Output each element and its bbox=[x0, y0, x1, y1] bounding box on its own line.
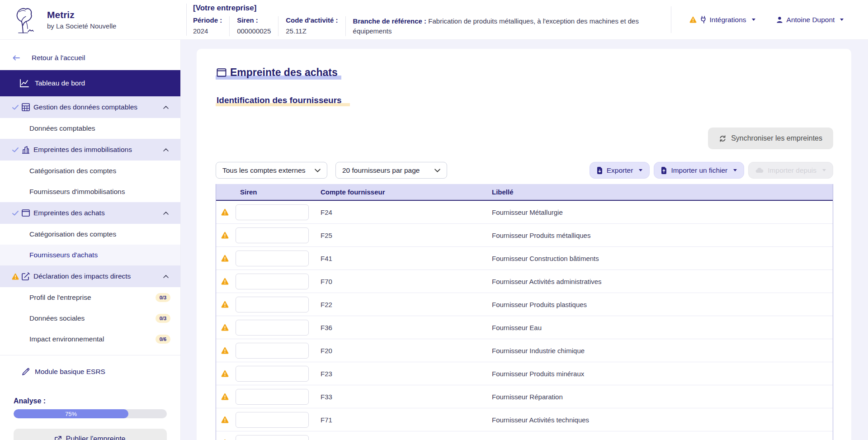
pencil-icon bbox=[22, 368, 30, 376]
sidebar-section-empreintes-achats[interactable]: Empreintes des achats bbox=[0, 202, 180, 224]
chart-line-icon bbox=[20, 79, 29, 87]
publish-footprint-button[interactable]: Publier l'empreinte bbox=[14, 429, 167, 440]
sub-item-label: Impact environnemental bbox=[29, 335, 104, 343]
sidebar-item-donnees-comptables[interactable]: Données comptables bbox=[0, 118, 180, 139]
building-icon bbox=[22, 146, 30, 154]
sub-item-label: Données sociales bbox=[29, 314, 85, 322]
sidebar-section-empreintes-immobilisations[interactable]: Empreintes des immobilisations bbox=[0, 139, 180, 161]
siren-input[interactable] bbox=[236, 227, 309, 243]
sidebar-item-back-home[interactable]: Retour à l'accueil bbox=[0, 45, 180, 70]
integrations-label: Intégrations bbox=[710, 16, 746, 24]
supplier-label: Fournisseur Industrie chimique bbox=[492, 347, 833, 355]
supplier-account: F36 bbox=[321, 324, 492, 331]
tree-logo-icon bbox=[11, 5, 35, 34]
sidebar-item-categorisation-immobilisations[interactable]: Catégorisation des comptes bbox=[0, 161, 180, 181]
file-upload-icon bbox=[661, 167, 667, 174]
sub-item-label: Catégorisation des comptes bbox=[29, 167, 116, 175]
back-home-label: Retour à l'accueil bbox=[32, 54, 85, 62]
meta-periode-label: Période : bbox=[193, 16, 222, 24]
import-from-button[interactable]: Importer depuis bbox=[748, 162, 833, 179]
per-page-select[interactable]: 20 fournisseurs par page bbox=[335, 162, 447, 179]
check-icon bbox=[12, 211, 19, 216]
supplier-row: F25 Fournisseur Produits métalliques bbox=[216, 224, 833, 247]
sidebar-item-module-esrs[interactable]: Module basique ESRS bbox=[0, 361, 180, 383]
chevron-down-icon bbox=[733, 169, 737, 171]
chevron-up-icon bbox=[163, 106, 169, 109]
check-icon bbox=[12, 105, 19, 110]
progress-badge: 0/3 bbox=[156, 293, 170, 302]
warning-icon bbox=[12, 273, 19, 280]
sidebar-item-profil-entreprise[interactable]: Profil de l'entreprise 0/3 bbox=[0, 287, 180, 308]
sidebar-item-fournisseurs-achats[interactable]: Fournisseurs d'achats bbox=[0, 245, 180, 265]
export-button[interactable]: Exporter bbox=[590, 162, 650, 179]
supplier-label: Fournisseur Activités techniques bbox=[492, 416, 833, 424]
sidebar-section-declaration-impacts[interactable]: Déclaration des impacts directs bbox=[0, 265, 180, 287]
siren-input[interactable] bbox=[236, 412, 309, 428]
siren-input[interactable] bbox=[236, 251, 309, 266]
module-esrs-label: Module basique ESRS bbox=[35, 368, 105, 376]
analysis-label: Analyse : bbox=[14, 397, 167, 405]
warning-icon bbox=[221, 208, 229, 216]
column-header-siren: Siren bbox=[216, 188, 321, 196]
supplier-account: F70 bbox=[321, 278, 492, 285]
sub-item-label: Fournisseurs d'achats bbox=[29, 251, 98, 259]
table-header-row: Siren Compte fournisseur Libellé bbox=[216, 184, 833, 201]
import-file-button[interactable]: Importer un fichier bbox=[654, 162, 744, 179]
chevron-down-icon bbox=[639, 169, 642, 171]
warning-icon bbox=[221, 393, 229, 400]
export-label: Exporter bbox=[607, 166, 633, 175]
warning-icon bbox=[221, 278, 229, 285]
meta-code-activite: Code d'activité : 25.11Z bbox=[278, 16, 345, 36]
chevron-down-icon bbox=[840, 19, 844, 21]
supplier-row: F70 Fournisseur Activités administrative… bbox=[216, 270, 833, 293]
sidebar-item-impact-environnemental[interactable]: Impact environnemental 0/6 bbox=[0, 329, 180, 350]
supplier-label: Fournisseur Produits minéraux bbox=[492, 370, 833, 378]
progress-badge: 0/3 bbox=[156, 314, 170, 323]
supplier-row: F41 Fournisseur Construction bâtiments bbox=[216, 247, 833, 270]
meta-periode-value: 2024 bbox=[193, 27, 222, 35]
siren-input[interactable] bbox=[236, 204, 309, 220]
supplier-account: F24 bbox=[321, 208, 492, 216]
siren-input[interactable] bbox=[236, 343, 309, 359]
meta-periode: Période : 2024 bbox=[193, 16, 229, 36]
section-label: Empreintes des immobilisations bbox=[33, 146, 132, 154]
accounts-filter-select[interactable]: Tous les comptes externes bbox=[216, 162, 327, 179]
supplier-account: F71 bbox=[321, 416, 492, 424]
sidebar-section-gestion-donnees[interactable]: Gestion des données comptables bbox=[0, 96, 180, 118]
window-icon bbox=[217, 68, 226, 77]
sidebar-item-donnees-sociales[interactable]: Données sociales 0/3 bbox=[0, 308, 180, 329]
window-icon bbox=[22, 209, 30, 217]
user-dropdown[interactable]: Antoine Dupont bbox=[776, 16, 844, 24]
user-name: Antoine Dupont bbox=[787, 16, 835, 24]
siren-input[interactable] bbox=[236, 435, 309, 440]
sidebar-item-fournisseurs-immobilisations[interactable]: Fournisseurs d'immobilisations bbox=[0, 181, 180, 202]
file-download-icon bbox=[597, 167, 603, 174]
sidebar-item-categorisation-achats[interactable]: Catégorisation des comptes bbox=[0, 224, 180, 245]
supplier-label: Fournisseur Eau bbox=[492, 324, 833, 331]
siren-input[interactable] bbox=[236, 274, 309, 289]
supplier-row: F36 Fournisseur Eau bbox=[216, 316, 833, 339]
top-header: Metriz by La Societé Nouvelle [Votre ent… bbox=[0, 0, 868, 40]
sync-icon bbox=[719, 135, 726, 142]
synchronize-footprints-button[interactable]: Synchroniser les empreintes bbox=[708, 128, 833, 149]
chevron-up-icon bbox=[163, 212, 169, 215]
integrations-dropdown[interactable]: Intégrations bbox=[689, 16, 755, 24]
person-icon bbox=[776, 16, 783, 23]
sidebar-item-dashboard[interactable]: Tableau de bord bbox=[0, 70, 180, 96]
meta-siren-value: 000000025 bbox=[237, 27, 271, 35]
section-label: Empreintes des achats bbox=[33, 209, 105, 217]
supplier-row: F33 Fournisseur Réparation bbox=[216, 385, 833, 408]
siren-input[interactable] bbox=[236, 366, 309, 382]
chevron-up-icon bbox=[163, 275, 169, 278]
siren-input[interactable] bbox=[236, 320, 309, 336]
warning-icon bbox=[221, 255, 229, 262]
supplier-account: F20 bbox=[321, 347, 492, 355]
siren-input[interactable] bbox=[236, 389, 309, 405]
page-title: Empreinte des achats bbox=[216, 66, 833, 80]
supplier-label: Fournisseur Produits plastiques bbox=[492, 301, 833, 308]
supplier-label: Fournisseur Activités administratives bbox=[492, 278, 833, 285]
sub-item-label: Catégorisation des comptes bbox=[29, 230, 116, 238]
siren-input[interactable] bbox=[236, 297, 309, 312]
company-block: [Votre entreprise] Période : 2024 Siren … bbox=[187, 0, 662, 39]
edit-square-icon bbox=[22, 272, 30, 280]
